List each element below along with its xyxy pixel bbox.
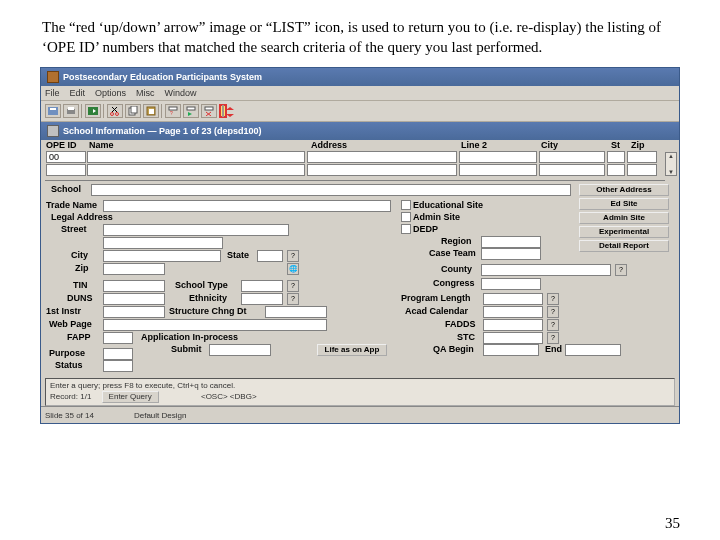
label-ethnicity: Ethnicity [189, 293, 227, 303]
design-status: Default Design [134, 411, 186, 420]
toolbar-cancel-icon[interactable] [201, 104, 217, 118]
acadcal-help-icon[interactable]: ? [547, 306, 559, 318]
zip2-field[interactable] [103, 263, 165, 275]
programlength-help-icon[interactable]: ? [547, 293, 559, 305]
purpose-field[interactable] [103, 348, 133, 360]
toolbar-save-icon[interactable] [45, 104, 61, 118]
zip-field[interactable] [627, 151, 657, 163]
name-field[interactable] [87, 151, 305, 163]
menu-file[interactable]: File [45, 88, 60, 98]
query-area: Enter a query; press F8 to execute, Ctrl… [45, 378, 675, 406]
detail-report-button[interactable]: Detail Report [579, 240, 669, 252]
zip-field-2[interactable] [627, 164, 657, 176]
county-help-icon[interactable]: ? [615, 264, 627, 276]
label-school: School [51, 184, 81, 194]
address-field-2[interactable] [307, 164, 457, 176]
street-field[interactable] [103, 224, 289, 236]
firstinstr-field[interactable] [103, 306, 165, 318]
state-field[interactable] [257, 250, 283, 262]
city2-field[interactable] [103, 250, 221, 262]
opeid-field-2[interactable] [46, 164, 86, 176]
label-state: State [227, 250, 249, 260]
toolbar-exit-icon[interactable] [85, 104, 101, 118]
address-field[interactable] [307, 151, 457, 163]
toolbar-paste-icon[interactable] [143, 104, 159, 118]
label-tin: TIN [73, 280, 88, 290]
state-help-icon[interactable]: ? [287, 250, 299, 262]
fapp-field[interactable] [103, 332, 133, 344]
life-as-on-app-button[interactable]: Life as on App [317, 344, 387, 356]
other-address-button[interactable]: Other Address [579, 184, 669, 196]
tradename-field[interactable] [103, 200, 391, 212]
programlength-field[interactable] [483, 293, 543, 305]
toolbar-print-icon[interactable] [63, 104, 79, 118]
statusbar: Slide 35 of 14 Default Design [41, 406, 679, 423]
toolbar-copy-icon[interactable] [125, 104, 141, 118]
label-fadds: FADDS [445, 319, 476, 329]
region-field[interactable] [481, 236, 541, 248]
schooltype-help-icon[interactable]: ? [287, 280, 299, 292]
label-qabegin: QA Begin [433, 344, 474, 354]
label-acadcal: Acad Calendar [405, 306, 468, 316]
label-city: City [71, 250, 88, 260]
toolbar-query-icon[interactable]: ? [165, 104, 181, 118]
st-field-2[interactable] [607, 164, 625, 176]
label-legaladdr: Legal Address [51, 212, 113, 222]
end-field[interactable] [565, 344, 621, 356]
city-field-2[interactable] [539, 164, 605, 176]
admin-site-checkbox[interactable] [401, 212, 411, 222]
row-scrollbar[interactable] [665, 152, 677, 176]
structchng-field[interactable] [265, 306, 327, 318]
dedp-checkbox[interactable] [401, 224, 411, 234]
fadds-help-icon[interactable]: ? [547, 319, 559, 331]
stc-help-icon[interactable]: ? [547, 332, 559, 344]
experimental-button[interactable]: Experimental [579, 226, 669, 238]
tin-field[interactable] [103, 280, 165, 292]
st-field[interactable] [607, 151, 625, 163]
list-icon[interactable] [222, 105, 224, 117]
toolbar-execute-icon[interactable] [183, 104, 199, 118]
school-field[interactable] [91, 184, 571, 196]
edu-site-checkbox[interactable] [401, 200, 411, 210]
name-field-2[interactable] [87, 164, 305, 176]
county-field[interactable] [481, 264, 611, 276]
city-field[interactable] [539, 151, 605, 163]
menu-edit[interactable]: Edit [70, 88, 86, 98]
label-schooltype: School Type [175, 280, 228, 290]
acadcal-field[interactable] [483, 306, 543, 318]
ethnicity-help-icon[interactable]: ? [287, 293, 299, 305]
qabegin-field[interactable] [483, 344, 539, 356]
label-end: End [545, 344, 562, 354]
street2-field[interactable] [103, 237, 223, 249]
admin-site-button[interactable]: Admin Site [579, 212, 669, 224]
query-tags: <OSC> <DBG> [201, 392, 257, 401]
webpage-field[interactable] [103, 319, 327, 331]
duns-field[interactable] [103, 293, 165, 305]
label-structchng: Structure Chng Dt [169, 306, 247, 316]
toolbar-cut-icon[interactable] [107, 104, 123, 118]
label-stc: STC [457, 332, 475, 342]
caseteam-field[interactable] [481, 248, 541, 260]
menu-misc[interactable]: Misc [136, 88, 155, 98]
header-st: St [611, 140, 620, 150]
line2-field[interactable] [459, 151, 537, 163]
congress-field[interactable] [481, 278, 541, 290]
opeid-field[interactable]: 00 [46, 151, 86, 163]
zip-globe-icon[interactable]: 🌐 [287, 263, 299, 275]
menu-window[interactable]: Window [165, 88, 197, 98]
enter-query-button[interactable]: Enter Query [102, 391, 159, 403]
label-status: Status [55, 360, 83, 370]
toolbar: ? [41, 101, 679, 122]
schooltype-field[interactable] [241, 280, 283, 292]
fadds-field[interactable] [483, 319, 543, 331]
submit-field[interactable] [209, 344, 271, 356]
app-icon [47, 71, 59, 83]
divider [45, 180, 665, 181]
stc-field[interactable] [483, 332, 543, 344]
ed-site-button[interactable]: Ed Site [579, 198, 669, 210]
status-field[interactable] [103, 360, 133, 372]
line2-field-2[interactable] [459, 164, 537, 176]
label-adminsite: Admin Site [413, 212, 460, 222]
menu-options[interactable]: Options [95, 88, 126, 98]
ethnicity-field[interactable] [241, 293, 283, 305]
